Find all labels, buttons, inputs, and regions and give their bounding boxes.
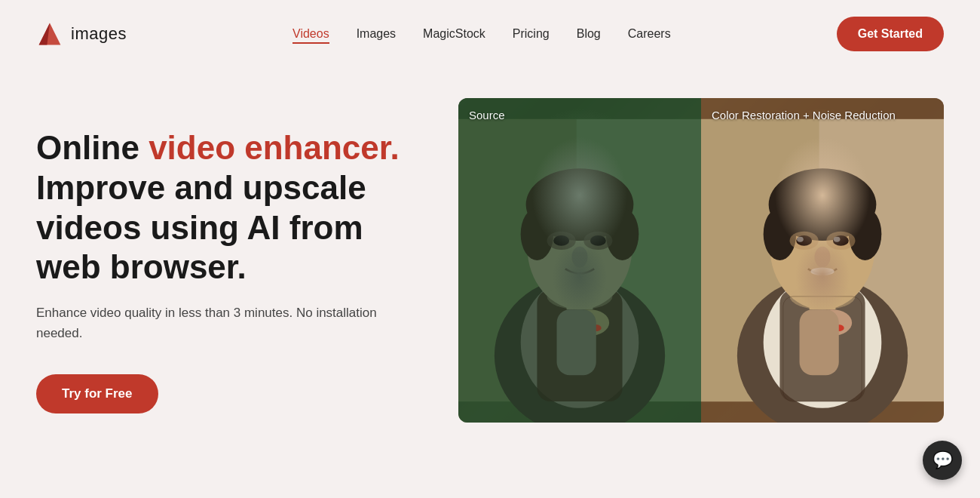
svg-point-19 <box>570 309 609 336</box>
svg-rect-44 <box>800 309 839 375</box>
nav-right: Get Started <box>837 17 944 51</box>
svg-rect-28 <box>810 270 836 309</box>
svg-point-37 <box>797 237 804 242</box>
svg-point-40 <box>810 268 834 275</box>
logo-icon <box>36 20 63 48</box>
svg-point-17 <box>572 247 588 268</box>
svg-point-36 <box>833 235 849 246</box>
svg-rect-23 <box>701 119 944 401</box>
svg-point-42 <box>813 309 852 336</box>
hero-headline-highlight: video enhancer. <box>149 129 400 166</box>
svg-rect-45 <box>783 297 862 401</box>
svg-point-11 <box>521 208 554 260</box>
svg-point-33 <box>789 232 818 250</box>
svg-point-35 <box>796 235 812 246</box>
svg-point-43 <box>834 324 844 331</box>
svg-rect-3 <box>458 119 701 401</box>
source-svg <box>458 98 701 423</box>
svg-point-12 <box>606 208 639 260</box>
svg-point-32 <box>849 208 882 260</box>
svg-point-6 <box>521 277 639 408</box>
svg-point-29 <box>770 185 874 309</box>
svg-point-20 <box>591 324 602 331</box>
logo[interactable]: images <box>36 20 127 48</box>
svg-point-26 <box>764 277 882 408</box>
svg-rect-22 <box>701 119 944 401</box>
hero-headline-prefix: Online <box>36 129 149 166</box>
chat-button[interactable]: 💬 <box>923 441 962 480</box>
svg-point-15 <box>553 235 569 246</box>
svg-rect-8 <box>567 270 593 309</box>
svg-point-38 <box>834 237 841 242</box>
restored-panel: Color Restoration + Noise Reduction <box>701 98 944 423</box>
get-started-button[interactable]: Get Started <box>837 17 944 51</box>
source-label: Source <box>469 109 505 121</box>
source-image: Source <box>458 98 701 423</box>
svg-rect-27 <box>779 290 865 401</box>
hero-subtext: Enhance video quality in less than 3 min… <box>36 303 413 343</box>
main-content: Online video enhancer. Improve and upsca… <box>0 68 980 498</box>
hero-section: Online video enhancer. Improve and upsca… <box>36 98 413 413</box>
logo-text: images <box>71 24 127 44</box>
hero-headline: Online video enhancer. Improve and upsca… <box>36 128 413 287</box>
chat-icon: 💬 <box>933 450 953 470</box>
nav-links: Videos Images MagicStock Pricing Blog Ca… <box>292 27 671 41</box>
svg-point-39 <box>815 247 831 268</box>
svg-point-18 <box>547 283 612 309</box>
svg-point-31 <box>764 208 797 260</box>
svg-point-5 <box>495 277 665 423</box>
nav-link-pricing[interactable]: Pricing <box>513 27 550 41</box>
svg-point-41 <box>789 283 855 309</box>
svg-rect-24 <box>701 119 819 401</box>
svg-rect-21 <box>557 309 596 375</box>
hero-headline-suffix: Improve and upscale videos using AI from… <box>36 169 366 286</box>
svg-point-30 <box>769 168 877 241</box>
svg-rect-7 <box>537 290 622 401</box>
nav-link-videos[interactable]: Videos <box>292 27 329 41</box>
svg-point-16 <box>590 235 606 246</box>
svg-point-10 <box>526 168 634 241</box>
image-comparison: Source <box>458 98 944 423</box>
nav-link-magicstock[interactable]: MagicStock <box>423 27 485 41</box>
svg-point-14 <box>583 232 612 250</box>
nav-link-blog[interactable]: Blog <box>577 27 601 41</box>
navbar: images Videos Images MagicStock Pricing … <box>0 0 980 68</box>
restored-label: Color Restoration + Noise Reduction <box>712 109 896 121</box>
nav-link-images[interactable]: Images <box>357 27 396 41</box>
nav-link-careers[interactable]: Careers <box>628 27 671 41</box>
svg-point-34 <box>826 232 855 250</box>
svg-point-25 <box>737 277 908 423</box>
svg-point-13 <box>547 232 575 250</box>
svg-rect-4 <box>458 119 577 401</box>
restored-svg <box>701 98 944 423</box>
source-panel: Source <box>458 98 701 423</box>
svg-rect-2 <box>458 119 701 401</box>
svg-point-9 <box>527 185 632 309</box>
restored-image: Color Restoration + Noise Reduction <box>701 98 944 423</box>
try-free-button[interactable]: Try for Free <box>36 374 158 413</box>
